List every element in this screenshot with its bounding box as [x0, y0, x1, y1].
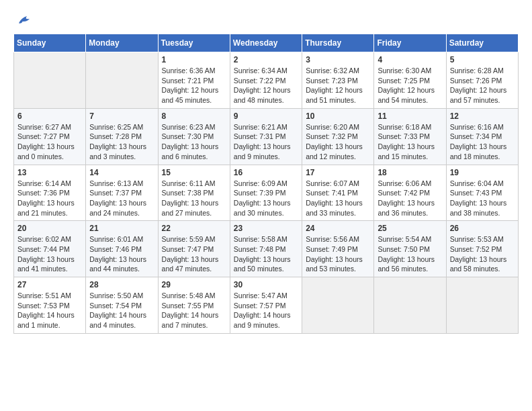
page-header [13, 13, 519, 27]
day-info: Sunrise: 5:47 AMSunset: 7:57 PMDaylight:… [234, 291, 298, 330]
calendar-cell: 26 Sunrise: 5:53 AMSunset: 7:52 PMDaylig… [446, 221, 518, 277]
logo-bird-icon [16, 13, 32, 27]
day-info: Sunrise: 6:11 AMSunset: 7:38 PMDaylight:… [162, 179, 226, 218]
day-info: Sunrise: 6:13 AMSunset: 7:37 PMDaylight:… [89, 179, 154, 218]
day-number: 22 [162, 224, 226, 233]
calendar-cell: 1 Sunrise: 6:36 AMSunset: 7:21 PMDayligh… [158, 52, 230, 109]
day-number: 1 [162, 55, 226, 64]
calendar-cell: 10 Sunrise: 6:20 AMSunset: 7:32 PMDaylig… [302, 108, 374, 165]
calendar-cell: 3 Sunrise: 6:32 AMSunset: 7:23 PMDayligh… [302, 52, 374, 109]
day-info: Sunrise: 5:59 AMSunset: 7:47 PMDaylight:… [162, 234, 226, 274]
day-info: Sunrise: 6:01 AMSunset: 7:46 PMDaylight:… [89, 234, 154, 274]
logo [13, 13, 32, 27]
day-number: 6 [17, 111, 82, 121]
calendar-cell: 28 Sunrise: 5:50 AMSunset: 7:54 PMDaylig… [86, 277, 158, 334]
day-info: Sunrise: 6:34 AMSunset: 7:22 PMDaylight:… [234, 66, 298, 105]
day-number: 12 [450, 111, 515, 121]
calendar-cell: 22 Sunrise: 5:59 AMSunset: 7:47 PMDaylig… [158, 221, 230, 277]
calendar-cell [302, 277, 374, 334]
calendar-cell [14, 52, 86, 109]
calendar-cell: 20 Sunrise: 6:02 AMSunset: 7:44 PMDaylig… [14, 221, 86, 277]
day-info: Sunrise: 6:06 AMSunset: 7:42 PMDaylight:… [378, 179, 442, 218]
day-info: Sunrise: 6:14 AMSunset: 7:36 PMDaylight:… [17, 179, 82, 218]
day-info: Sunrise: 6:23 AMSunset: 7:30 PMDaylight:… [162, 122, 226, 162]
day-info: Sunrise: 5:53 AMSunset: 7:52 PMDaylight:… [450, 234, 515, 274]
day-number: 10 [306, 111, 370, 121]
day-info: Sunrise: 5:56 AMSunset: 7:49 PMDaylight:… [306, 234, 370, 274]
day-number: 20 [17, 224, 82, 233]
calendar-cell: 8 Sunrise: 6:23 AMSunset: 7:30 PMDayligh… [158, 108, 230, 165]
calendar-cell: 4 Sunrise: 6:30 AMSunset: 7:25 PMDayligh… [374, 52, 446, 109]
day-number: 16 [234, 168, 298, 177]
column-header-friday: Friday [374, 34, 446, 52]
day-info: Sunrise: 5:48 AMSunset: 7:55 PMDaylight:… [162, 291, 226, 330]
day-number: 13 [17, 168, 82, 177]
day-number: 17 [306, 168, 370, 177]
day-number: 24 [306, 224, 370, 233]
calendar-cell: 7 Sunrise: 6:25 AMSunset: 7:28 PMDayligh… [86, 108, 158, 165]
calendar-week-row: 1 Sunrise: 6:36 AMSunset: 7:21 PMDayligh… [14, 52, 519, 109]
day-number: 2 [234, 55, 298, 64]
day-info: Sunrise: 6:18 AMSunset: 7:33 PMDaylight:… [378, 122, 442, 162]
column-header-sunday: Sunday [14, 34, 86, 52]
calendar-cell: 25 Sunrise: 5:54 AMSunset: 7:50 PMDaylig… [374, 221, 446, 277]
column-header-saturday: Saturday [446, 34, 518, 52]
calendar-cell [446, 277, 518, 334]
day-info: Sunrise: 5:51 AMSunset: 7:53 PMDaylight:… [17, 291, 82, 330]
calendar-cell: 12 Sunrise: 6:16 AMSunset: 7:34 PMDaylig… [446, 108, 518, 165]
day-number: 3 [306, 55, 370, 64]
calendar-week-row: 13 Sunrise: 6:14 AMSunset: 7:36 PMDaylig… [14, 165, 519, 221]
calendar-cell: 30 Sunrise: 5:47 AMSunset: 7:57 PMDaylig… [230, 277, 302, 334]
calendar-cell: 29 Sunrise: 5:48 AMSunset: 7:55 PMDaylig… [158, 277, 230, 334]
column-header-wednesday: Wednesday [230, 34, 302, 52]
calendar-cell [86, 52, 158, 109]
calendar-cell: 27 Sunrise: 5:51 AMSunset: 7:53 PMDaylig… [14, 277, 86, 334]
calendar-cell: 9 Sunrise: 6:21 AMSunset: 7:31 PMDayligh… [230, 108, 302, 165]
day-number: 11 [378, 111, 442, 121]
day-info: Sunrise: 6:07 AMSunset: 7:41 PMDaylight:… [306, 179, 370, 218]
calendar-cell: 23 Sunrise: 5:58 AMSunset: 7:48 PMDaylig… [230, 221, 302, 277]
day-number: 7 [89, 111, 154, 121]
calendar-week-row: 27 Sunrise: 5:51 AMSunset: 7:53 PMDaylig… [14, 277, 519, 334]
calendar-cell: 18 Sunrise: 6:06 AMSunset: 7:42 PMDaylig… [374, 165, 446, 221]
day-info: Sunrise: 6:21 AMSunset: 7:31 PMDaylight:… [234, 122, 298, 162]
calendar-week-row: 6 Sunrise: 6:27 AMSunset: 7:27 PMDayligh… [14, 108, 519, 165]
day-number: 15 [162, 168, 226, 177]
day-number: 27 [17, 280, 82, 289]
day-number: 5 [450, 55, 515, 64]
day-info: Sunrise: 6:20 AMSunset: 7:32 PMDaylight:… [306, 122, 370, 162]
day-number: 9 [234, 111, 298, 121]
day-number: 14 [89, 168, 154, 177]
day-number: 26 [450, 224, 515, 233]
calendar-cell: 15 Sunrise: 6:11 AMSunset: 7:38 PMDaylig… [158, 165, 230, 221]
day-info: Sunrise: 6:32 AMSunset: 7:23 PMDaylight:… [306, 66, 370, 105]
calendar-cell: 13 Sunrise: 6:14 AMSunset: 7:36 PMDaylig… [14, 165, 86, 221]
day-info: Sunrise: 5:58 AMSunset: 7:48 PMDaylight:… [234, 234, 298, 274]
day-number: 28 [89, 280, 154, 289]
calendar-cell: 16 Sunrise: 6:09 AMSunset: 7:39 PMDaylig… [230, 165, 302, 221]
calendar-cell: 2 Sunrise: 6:34 AMSunset: 7:22 PMDayligh… [230, 52, 302, 109]
day-number: 29 [162, 280, 226, 289]
calendar-cell: 21 Sunrise: 6:01 AMSunset: 7:46 PMDaylig… [86, 221, 158, 277]
day-number: 4 [378, 55, 442, 64]
day-number: 19 [450, 168, 515, 177]
day-number: 25 [378, 224, 442, 233]
day-number: 30 [234, 280, 298, 289]
calendar-cell: 24 Sunrise: 5:56 AMSunset: 7:49 PMDaylig… [302, 221, 374, 277]
day-info: Sunrise: 6:30 AMSunset: 7:25 PMDaylight:… [378, 66, 442, 105]
day-info: Sunrise: 6:04 AMSunset: 7:43 PMDaylight:… [450, 179, 515, 218]
day-info: Sunrise: 6:28 AMSunset: 7:26 PMDaylight:… [450, 66, 515, 105]
day-info: Sunrise: 6:02 AMSunset: 7:44 PMDaylight:… [17, 234, 82, 274]
day-info: Sunrise: 5:54 AMSunset: 7:50 PMDaylight:… [378, 234, 442, 274]
day-number: 23 [234, 224, 298, 233]
column-header-monday: Monday [86, 34, 158, 52]
calendar-table: SundayMondayTuesdayWednesdayThursdayFrid… [13, 34, 519, 334]
calendar-cell [374, 277, 446, 334]
calendar-cell: 14 Sunrise: 6:13 AMSunset: 7:37 PMDaylig… [86, 165, 158, 221]
calendar-cell: 17 Sunrise: 6:07 AMSunset: 7:41 PMDaylig… [302, 165, 374, 221]
calendar-header-row: SundayMondayTuesdayWednesdayThursdayFrid… [14, 34, 519, 52]
day-info: Sunrise: 6:27 AMSunset: 7:27 PMDaylight:… [17, 122, 82, 162]
day-number: 21 [89, 224, 154, 233]
calendar-cell: 6 Sunrise: 6:27 AMSunset: 7:27 PMDayligh… [14, 108, 86, 165]
calendar-cell: 11 Sunrise: 6:18 AMSunset: 7:33 PMDaylig… [374, 108, 446, 165]
